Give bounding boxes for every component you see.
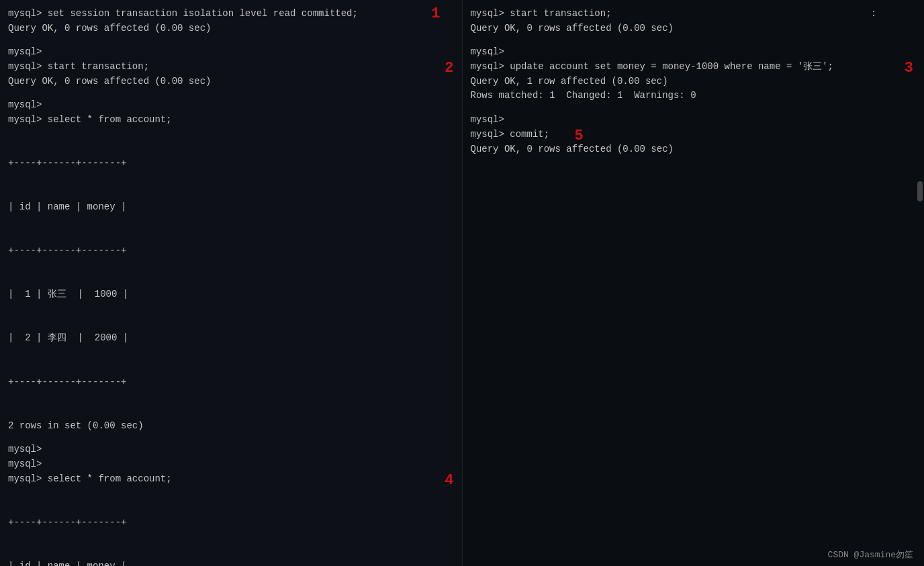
prompt-empty-1: mysql> (8, 45, 454, 60)
watermark: CSDN @Jasmine勿笙 (828, 549, 913, 561)
r-cmd-start-transaction: mysql> start transaction; : (471, 7, 917, 21)
step-4-label: 4 (445, 472, 453, 489)
step-3-label: 3 (905, 60, 913, 77)
prompt-empty-4: mysql> (8, 457, 454, 472)
cmd-set-isolation: mysql> set session transaction isolation… (8, 7, 454, 21)
cmd-select-1: mysql> select * from account; (8, 113, 454, 128)
r-cmd-update: mysql> update account set money = money-… (471, 60, 917, 75)
r-result-commit: Query OK, 0 rows affected (0.00 sec) (471, 142, 917, 157)
table-1: +----+------+-------+ | id | name | mone… (8, 128, 454, 419)
left-terminal: mysql> set session transaction isolation… (0, 0, 463, 566)
cmd-start-transaction-left: mysql> start transaction; (8, 60, 454, 75)
step-1-label: 1 (431, 5, 440, 22)
r-result-update-1: Query OK, 1 row affected (0.00 sec) (471, 75, 917, 89)
r-result-start-transaction: Query OK, 0 rows affected (0.00 sec) (471, 21, 917, 36)
table-2: +----+------+-------+ | id | name | mone… (8, 486, 454, 566)
r-prompt-empty-1: mysql> (471, 45, 917, 60)
cmd-select-2: mysql> select * from account; (8, 472, 454, 487)
r-result-update-2: Rows matched: 1 Changed: 1 Warnings: 0 (471, 89, 917, 103)
r-cmd-commit: mysql> commit; (471, 128, 917, 142)
step-5-label: 5 (575, 128, 584, 144)
right-terminal: mysql> start transaction; : Query OK, 0 … (463, 0, 925, 566)
prompt-empty-3: mysql> (8, 442, 454, 457)
step-2-label: 2 (445, 60, 453, 77)
r-prompt-empty-2: mysql> (471, 113, 917, 128)
result-set-isolation: Query OK, 0 rows affected (0.00 sec) (8, 21, 454, 36)
prompt-empty-2: mysql> (8, 98, 454, 113)
scrollbar[interactable] (917, 181, 923, 201)
result-start-transaction-left: Query OK, 0 rows affected (0.00 sec) (8, 75, 454, 89)
table-1-footer: 2 rows in set (0.00 sec) (8, 419, 454, 434)
